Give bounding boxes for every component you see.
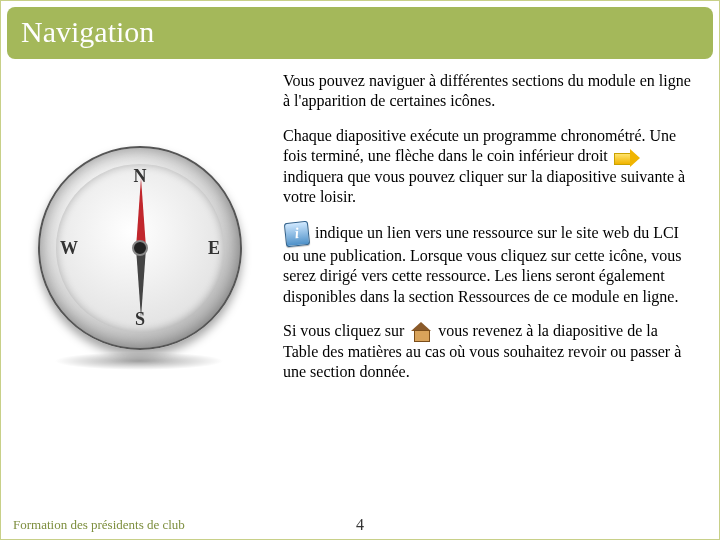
content-area: N S E W Vous pouvez naviguer à différent…: [1, 59, 719, 397]
footer-text: Formation des présidents de club: [13, 517, 185, 533]
footer: Formation des présidents de club 4: [13, 517, 707, 533]
next-arrow-icon: [614, 150, 640, 166]
home-paragraph: Si vous cliquez sur vous revenez à la di…: [283, 321, 691, 382]
compass-image: N S E W: [26, 138, 256, 368]
needle-pivot: [132, 240, 148, 256]
compass-east-label: E: [208, 237, 220, 258]
para3-part-b: indique un lien vers une ressource sur l…: [283, 223, 682, 304]
compass-shadow: [54, 352, 224, 370]
compass-body: N S E W: [38, 146, 242, 350]
left-column: N S E W: [11, 69, 271, 397]
info-icon: i: [284, 221, 310, 247]
home-icon: [410, 324, 432, 342]
slide-title: Navigation: [21, 15, 699, 49]
resource-paragraph: i indique un lien vers une ressource sur…: [283, 222, 691, 307]
para4-part-a: Si vous cliquez sur: [283, 322, 408, 339]
title-bar: Navigation: [7, 7, 713, 59]
para2-part-b: indiquera que vous pouvez cliquer sur la…: [283, 168, 685, 205]
right-column: Vous pouvez naviguer à différentes secti…: [283, 69, 691, 397]
intro-paragraph: Vous pouvez naviguer à différentes secti…: [283, 71, 691, 112]
needle-north: [136, 178, 146, 248]
needle-south: [136, 248, 146, 318]
compass-west-label: W: [60, 237, 78, 258]
page-number: 4: [356, 516, 364, 534]
timed-paragraph: Chaque diapositive exécute un programme …: [283, 126, 691, 208]
slide: Navigation N S E W: [0, 0, 720, 540]
compass-needle: [136, 178, 144, 318]
